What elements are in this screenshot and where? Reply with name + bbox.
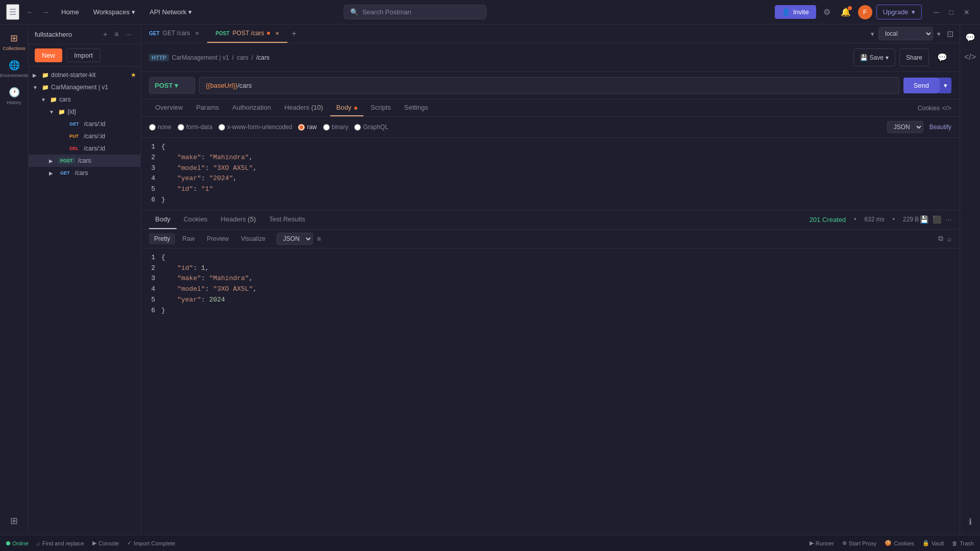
option-none[interactable]: none	[149, 123, 172, 131]
tab-scripts[interactable]: Scripts	[364, 99, 397, 116]
tab-get-cars[interactable]: GET GET /cars ✕	[141, 24, 207, 43]
close-button[interactable]: ✕	[960, 6, 974, 18]
trash-button[interactable]: 🗑 Trash	[952, 540, 974, 546]
sidebar-item-collections[interactable]: ⊞ Collections	[0, 29, 28, 56]
fmt-tab-visualize[interactable]: Visualize	[236, 233, 271, 244]
right-comments-button[interactable]: 💬	[961, 29, 979, 46]
tab-settings[interactable]: Settings	[398, 99, 434, 116]
request-body-editor[interactable]: 1 { 2 "make": "Mahindra", 3 "model": "3X…	[141, 138, 960, 210]
request-item-post-cars[interactable]: ▶ POST /cars	[29, 155, 140, 167]
fmt-tab-raw[interactable]: Raw	[177, 233, 200, 244]
env-dropdown-button[interactable]: ▾	[937, 30, 941, 38]
grid-icon: ⊞	[10, 515, 18, 527]
trash-icon: 🗑	[952, 540, 958, 546]
wrap-lines-button[interactable]: ≡	[317, 235, 321, 243]
tab-close-button[interactable]: ✕	[195, 31, 199, 36]
more-options-button[interactable]: ···	[123, 29, 134, 40]
response-settings-button[interactable]: ⬛	[933, 215, 941, 223]
share-button[interactable]: Share	[899, 48, 929, 66]
settings-button[interactable]: ⚙	[820, 4, 834, 20]
body-format-select[interactable]: JSON Text XML	[887, 121, 923, 133]
request-item-del-cars-id[interactable]: ▶ DEL /cars/:id	[29, 142, 140, 155]
request-item-get-cars[interactable]: ▶ GET /cars	[29, 167, 140, 179]
nav-arrows: ← →	[23, 6, 52, 18]
sidebar-item-extensions[interactable]: ⊞	[0, 511, 28, 531]
comments-button[interactable]: 💬	[933, 48, 951, 66]
tab-post-cars[interactable]: POST POST /cars ✕	[207, 24, 287, 43]
new-tab-button[interactable]: +	[287, 27, 300, 40]
api-network-button[interactable]: API Network ▾	[144, 6, 197, 18]
folder-item-cars[interactable]: ▼ 📁 cars	[29, 93, 140, 106]
breadcrumb-collection[interactable]: CarManagement | v1	[172, 54, 229, 61]
tab-overview[interactable]: Overview	[149, 99, 189, 116]
bottom-bar: Online ⌕ Find and replace ▶ Console ✓ Im…	[0, 535, 980, 551]
resp-tab-headers[interactable]: Headers (5)	[215, 210, 262, 229]
sidebar-item-history[interactable]: 🕐 History	[0, 83, 28, 110]
vault-button[interactable]: 🔒 Vault	[922, 540, 944, 546]
save-response-button[interactable]: 💾	[920, 215, 928, 223]
split-view-button[interactable]: ⊡	[945, 27, 955, 41]
import-button[interactable]: Import	[66, 48, 101, 62]
new-button[interactable]: New	[35, 48, 62, 62]
search-bar[interactable]: 🔍 Search Postman	[344, 5, 486, 19]
option-form-data[interactable]: form-data	[178, 123, 212, 131]
send-button[interactable]: Send	[903, 78, 939, 93]
search-response-button[interactable]: ⌕	[947, 234, 951, 243]
request-item-get-cars-id[interactable]: ▶ GET /cars/:id	[29, 118, 140, 130]
start-proxy-button[interactable]: ⊕ Start Proxy	[842, 540, 876, 546]
right-code-button[interactable]: </>	[960, 48, 980, 66]
resp-tab-body[interactable]: Body	[149, 210, 177, 229]
collection-item-dotnet[interactable]: ▶ 📁 dotnet-starter-kit ★	[29, 69, 140, 81]
top-bar: ☰ ← → Home Workspaces ▾ API Network ▾ 🔍 …	[0, 0, 980, 24]
right-info-button[interactable]: ℹ	[965, 513, 976, 531]
option-graphql[interactable]: GraphQL	[354, 123, 388, 131]
breadcrumb-folder[interactable]: cars	[237, 54, 249, 61]
forward-button[interactable]: →	[39, 6, 52, 18]
sidebar-item-environments[interactable]: 🌐 Environments	[0, 56, 28, 83]
method-select[interactable]: POST ▾	[149, 77, 195, 94]
environment-selector[interactable]: local development production	[878, 27, 933, 40]
option-urlencoded[interactable]: x-www-form-urlencoded	[218, 123, 292, 131]
response-more-button[interactable]: ···	[945, 215, 951, 223]
resp-tab-test-results[interactable]: Test Results	[263, 210, 311, 229]
send-dropdown-button[interactable]: ▾	[939, 78, 951, 93]
tab-headers[interactable]: Headers (10)	[278, 99, 329, 116]
avatar[interactable]: F	[858, 5, 872, 19]
hamburger-menu-button[interactable]: ☰	[6, 4, 19, 20]
tab-params[interactable]: Params	[190, 99, 225, 116]
maximize-button[interactable]: □	[945, 6, 958, 18]
copy-response-button[interactable]: ⧉	[938, 234, 943, 243]
save-button[interactable]: 💾 Save ▾	[853, 48, 895, 66]
cookies-button[interactable]: Cookies	[918, 104, 940, 112]
runner-button[interactable]: ▶ Runner	[810, 540, 834, 546]
beautify-button[interactable]: Beautify	[929, 123, 951, 131]
cookies-footer-button[interactable]: 🍪 Cookies	[885, 540, 914, 546]
option-binary[interactable]: binary	[323, 123, 349, 131]
sort-button[interactable]: ≡	[112, 29, 121, 40]
fmt-tab-pretty[interactable]: Pretty	[149, 233, 175, 244]
code-snippet-button[interactable]: </>	[942, 104, 951, 112]
url-input[interactable]: {{baseUrl}} /cars	[199, 77, 899, 94]
add-collection-button[interactable]: +	[101, 29, 110, 40]
home-button[interactable]: Home	[56, 6, 84, 18]
expand-icon: ▶	[33, 72, 40, 78]
request-item-put-cars-id[interactable]: ▶ PUT /cars/:id	[29, 130, 140, 142]
back-button[interactable]: ←	[23, 6, 37, 18]
collection-item-carmanagement[interactable]: ▼ 📁 CarManagement | v1	[29, 81, 140, 93]
workspaces-button[interactable]: Workspaces ▾	[88, 6, 140, 18]
option-raw[interactable]: raw	[298, 123, 316, 131]
resp-tab-cookies[interactable]: Cookies	[178, 210, 214, 229]
console-button[interactable]: ▶ Console	[92, 540, 119, 546]
tab-close-button[interactable]: ✕	[275, 31, 279, 36]
upgrade-button[interactable]: Upgrade ▾	[876, 5, 922, 19]
minimize-button[interactable]: ─	[930, 6, 943, 18]
notifications-button[interactable]: 🔔	[838, 4, 854, 20]
fmt-tab-preview[interactable]: Preview	[202, 233, 234, 244]
response-format-select[interactable]: JSON XML Text	[277, 233, 313, 245]
tab-authorization[interactable]: Authorization	[226, 99, 277, 116]
tab-list-button[interactable]: ▾	[871, 30, 874, 38]
invite-button[interactable]: 👤 Invite	[775, 5, 816, 19]
find-replace-button[interactable]: ⌕ Find and replace	[37, 540, 84, 546]
tab-body[interactable]: Body	[330, 99, 363, 116]
folder-item-id[interactable]: ▼ 📁 {id}	[29, 106, 140, 118]
